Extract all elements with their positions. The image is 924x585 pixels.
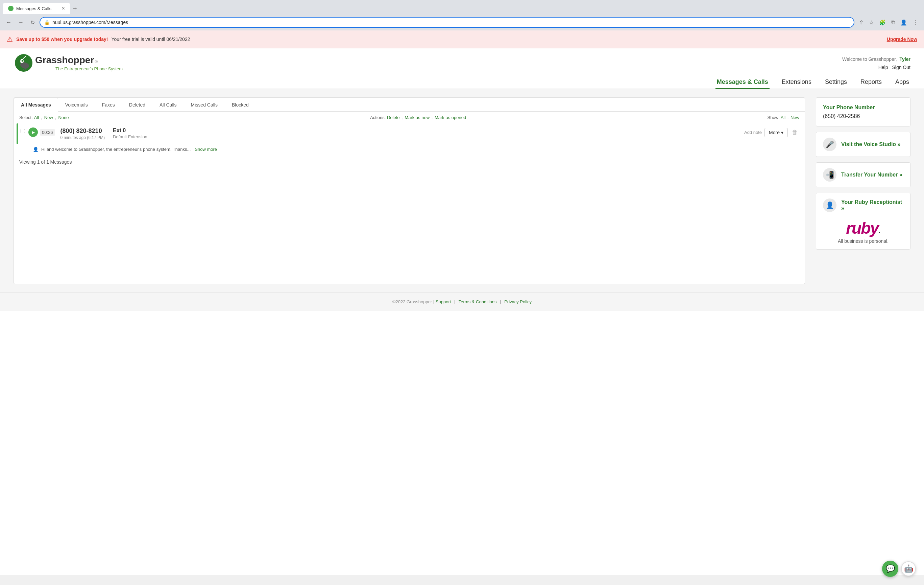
show-more-link[interactable]: Show more: [195, 147, 217, 152]
tab-all-calls[interactable]: All Calls: [152, 98, 184, 112]
transfer-number-card[interactable]: 📲 Transfer Your Number »: [816, 162, 911, 187]
show-label: Show:: [767, 115, 780, 120]
help-link[interactable]: Help: [878, 64, 888, 70]
split-view-icon[interactable]: ⧉: [889, 18, 897, 27]
footer-sep-1: |: [454, 299, 455, 304]
grasshopper-logo-svg: [13, 54, 34, 73]
profile-icon[interactable]: 👤: [898, 18, 909, 27]
person-icon: 👤: [33, 147, 38, 152]
page-wrapper: ⚠ Save up to $50 when you upgrade today!…: [0, 30, 924, 575]
select-none-link[interactable]: None: [58, 115, 69, 120]
signout-link[interactable]: Sign Out: [892, 64, 911, 70]
delete-button[interactable]: 🗑: [790, 127, 799, 137]
show-controls: Show: All , New: [767, 115, 799, 120]
logo-area: Grasshopper ® The Entrepreneur's Phone S…: [13, 54, 123, 73]
nav-reports[interactable]: Reports: [859, 76, 883, 89]
back-button[interactable]: ←: [4, 18, 13, 27]
welcome-text: Welcome to Grasshopper, Tyler: [842, 56, 911, 62]
receptionist-icon: 👤: [823, 198, 837, 212]
chat-widget: 💬 🤖: [882, 561, 916, 575]
tab-faxes[interactable]: Faxes: [95, 98, 122, 112]
chat-robot-icon[interactable]: 🤖: [901, 561, 916, 575]
action-mark-opened-link[interactable]: Mark as opened: [435, 115, 466, 120]
extension-name: Default Extension: [113, 134, 147, 139]
ruby-receptionist-card: 👤 Your Ruby Receptionist » ruby . All bu…: [816, 193, 911, 250]
select-all-link[interactable]: All: [34, 115, 39, 120]
chat-bubble-button[interactable]: 💬: [882, 561, 898, 575]
tab-deleted[interactable]: Deleted: [122, 98, 152, 112]
svg-point-4: [25, 56, 26, 57]
content-area: All Messages Voicemails Faxes Deleted Al…: [0, 89, 924, 292]
more-button[interactable]: More ▾: [764, 128, 788, 137]
support-link[interactable]: Support: [436, 299, 451, 304]
close-tab-button[interactable]: ×: [62, 5, 65, 12]
show-new-link[interactable]: New: [790, 115, 799, 120]
logo-name: Grasshopper: [35, 55, 94, 66]
refresh-button[interactable]: ↻: [28, 18, 37, 27]
ruby-title[interactable]: Your Ruby Receptionist »: [841, 199, 903, 212]
select-new-link[interactable]: New: [44, 115, 53, 120]
extensions-icon[interactable]: 🧩: [877, 18, 888, 27]
tab-blocked[interactable]: Blocked: [225, 98, 256, 112]
logo-container: Grasshopper ® The Entrepreneur's Phone S…: [13, 54, 123, 73]
share-icon[interactable]: ⇧: [857, 18, 866, 27]
footer-sep-2: |: [500, 299, 501, 304]
upgrade-now-link[interactable]: Upgrade Now: [887, 36, 917, 42]
lock-icon: 🔒: [44, 20, 50, 25]
address-bar[interactable]: 🔒: [40, 17, 855, 28]
caller-info: (800) 820-8210 0 minutes ago (6:17 PM): [61, 127, 105, 140]
terms-link[interactable]: Terms & Conditions: [459, 299, 497, 304]
tab-favicon: [8, 6, 13, 11]
transfer-icon: 📲: [823, 168, 837, 182]
tab-voicemails[interactable]: Voicemails: [58, 98, 95, 112]
table-row: 00:26 (800) 820-8210 0 minutes ago (6:17…: [16, 124, 802, 144]
menu-icon[interactable]: ⋮: [911, 18, 920, 27]
header-links: Help Sign Out: [878, 64, 911, 70]
message-checkbox[interactable]: [21, 129, 25, 133]
bookmark-icon[interactable]: ☆: [867, 18, 876, 27]
voice-studio-label: Visit the Voice Studio »: [841, 141, 900, 147]
chevron-down-icon: ▾: [781, 130, 784, 135]
message-actions: Add note More ▾ 🗑: [744, 127, 799, 137]
browser-chrome: Messages & Calls × + ← → ↻ 🔒 ⇧ ☆ 🧩 ⧉ 👤 ⋮: [0, 0, 924, 30]
extension-label: Ext 0: [113, 127, 147, 134]
add-note-link[interactable]: Add note: [744, 130, 762, 135]
upgrade-banner: ⚠ Save up to $50 when you upgrade today!…: [0, 30, 924, 48]
new-tab-button[interactable]: +: [70, 3, 80, 14]
viewing-count: Viewing 1 of 1 Messages: [14, 155, 805, 169]
url-input[interactable]: [53, 20, 850, 25]
action-mark-new-link[interactable]: Mark as new: [404, 115, 429, 120]
alert-icon: ⚠: [7, 35, 13, 43]
username-link[interactable]: Tyler: [900, 56, 911, 62]
logo-tagline: The Entrepreneur's Phone System: [55, 66, 123, 71]
messages-panel: All Messages Voicemails Faxes Deleted Al…: [13, 98, 805, 284]
chat-icon: 💬: [886, 564, 895, 573]
nav-apps[interactable]: Apps: [894, 76, 911, 89]
play-button[interactable]: [28, 127, 38, 137]
tab-missed-calls[interactable]: Missed Calls: [184, 98, 225, 112]
message-transcript: 👤 Hi and welcome to Grasshopper, the ent…: [16, 144, 802, 152]
privacy-link[interactable]: Privacy Policy: [504, 299, 531, 304]
ruby-logo-dot: .: [878, 227, 880, 235]
select-controls: Select: All , New , None: [19, 115, 69, 120]
robot-icon: 🤖: [904, 564, 913, 573]
site-footer: ©2022 Grasshopper | Support | Terms & Co…: [0, 292, 924, 311]
browser-toolbar: ← → ↻ 🔒 ⇧ ☆ 🧩 ⧉ 👤 ⋮: [0, 14, 924, 30]
tab-all-messages[interactable]: All Messages: [14, 98, 58, 112]
tab-bar: Messages & Calls × +: [0, 0, 924, 14]
main-nav: Messages & Calls Extensions Settings Rep…: [0, 73, 924, 89]
action-delete-link[interactable]: Delete: [387, 115, 400, 120]
active-tab[interactable]: Messages & Calls ×: [3, 3, 70, 14]
messages-toolbar: Select: All , New , None Actions: Delete…: [14, 112, 805, 124]
action-controls: Actions: Delete , Mark as new , Mark as …: [370, 115, 466, 120]
show-all-link[interactable]: All: [781, 115, 785, 120]
voice-studio-card[interactable]: 🎤 Visit the Voice Studio »: [816, 132, 911, 157]
header-right: Welcome to Grasshopper, Tyler Help Sign …: [842, 56, 911, 70]
sidebar: Your Phone Number (650) 420-2586 🎤 Visit…: [816, 98, 911, 284]
nav-messages-calls[interactable]: Messages & Calls: [716, 76, 769, 89]
nav-extensions[interactable]: Extensions: [780, 76, 813, 89]
nav-settings[interactable]: Settings: [823, 76, 848, 89]
site-header: Grasshopper ® The Entrepreneur's Phone S…: [0, 48, 924, 73]
forward-button[interactable]: →: [16, 18, 26, 27]
browser-toolbar-icons: ⇧ ☆ 🧩 ⧉ 👤 ⋮: [857, 18, 920, 27]
